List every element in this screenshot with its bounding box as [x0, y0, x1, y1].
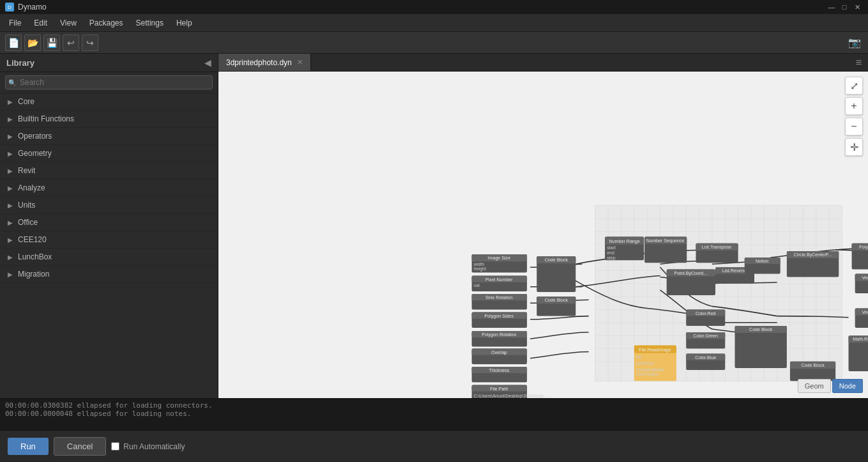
svg-text:Color.Red: Color.Red — [696, 311, 716, 316]
redo-button[interactable]: ↪ — [82, 35, 98, 51]
node-graph: Number Range start end step Image Size w… — [218, 72, 868, 398]
chevron-right-icon: ▶ — [8, 116, 13, 123]
fit-view-button[interactable]: ⤢ — [845, 77, 863, 95]
sidebar-item-geometry[interactable]: ▶ Geometry — [0, 145, 218, 162]
canvas-area[interactable]: Number Range start end step Image Size w… — [218, 72, 868, 398]
svg-text:Color.Green: Color.Green — [694, 334, 718, 339]
svg-text:Code Block: Code Block — [545, 298, 568, 303]
menu-packages[interactable]: Packages — [83, 16, 130, 30]
sidebar-item-label: Analyze — [18, 183, 45, 192]
menubar: File Edit View Packages Settings Help — [0, 14, 868, 32]
svg-text:Polygon Sides: Polygon Sides — [485, 314, 514, 319]
sidebar: Library ◀ ▶ Core ▶ Builtin Functions ▶ O… — [0, 54, 218, 398]
search-bar — [0, 72, 218, 93]
svg-text:Thickness: Thickness — [489, 368, 509, 373]
sidebar-item-revit[interactable]: ▶ Revit — [0, 162, 218, 180]
tab-3dprintedphoto[interactable]: 3dprintedphoto.dyn ✕ — [218, 54, 311, 71]
svg-text:file: file — [636, 355, 642, 360]
tab-label: 3dprintedphoto.dyn — [226, 58, 292, 67]
sidebar-item-lunchbox[interactable]: ▶ LunchBox — [0, 249, 218, 266]
sidebar-title: Library — [6, 58, 34, 68]
auto-run-checkbox[interactable] — [111, 442, 119, 450]
svg-text:Color.Blue: Color.Blue — [695, 355, 716, 360]
sidebar-item-builtin[interactable]: ▶ Builtin Functions — [0, 111, 218, 128]
chevron-right-icon: ▶ — [8, 236, 13, 243]
svg-text:C:\Users\Anust\Desktop\3\dn40p: C:\Users\Anust\Desktop\3\dn40pfp... — [474, 394, 547, 398]
search-input[interactable] — [5, 75, 213, 89]
sidebar-header: Library ◀ — [0, 54, 218, 72]
main-area: Library ◀ ▶ Core ▶ Builtin Functions ▶ O… — [0, 54, 868, 398]
canvas-controls: ⤢ + − ✛ — [845, 77, 863, 156]
sidebar-item-core[interactable]: ▶ Core — [0, 93, 218, 111]
svg-text:Code Block: Code Block — [545, 258, 568, 263]
app-title: Dynamo — [18, 3, 47, 12]
open-button[interactable]: 📂 — [24, 35, 41, 51]
sidebar-item-label: Units — [18, 201, 35, 210]
svg-text:Vector.ZAxis: Vector.ZAxis — [862, 275, 868, 281]
toolbar: 📄 📂 💾 ↩ ↪ 📷 — [0, 32, 868, 54]
sidebar-item-migration[interactable]: ▶ Migration — [0, 266, 218, 283]
auto-run-toggle[interactable]: Run Automatically — [111, 442, 185, 451]
minimize-button[interactable]: — — [826, 1, 837, 13]
new-button[interactable]: 📄 — [5, 35, 22, 51]
svg-text:Number Sequence: Number Sequence — [646, 238, 684, 243]
sidebar-item-label: LunchBox — [18, 252, 52, 261]
sidebar-item-label: Geometry — [18, 149, 52, 158]
titlebar-controls: — □ ✕ — [826, 1, 863, 13]
node-view-button[interactable]: Node — [832, 379, 863, 393]
sidebar-item-office[interactable]: ▶ Office — [0, 214, 218, 231]
svg-text:Overlap: Overlap — [491, 350, 507, 355]
maximize-button[interactable]: □ — [839, 1, 850, 13]
sidebar-item-label: CEE120 — [18, 235, 47, 244]
tab-close-button[interactable]: ✕ — [297, 58, 303, 66]
menu-edit[interactable]: Edit — [27, 16, 54, 30]
save-button[interactable]: 💾 — [43, 35, 60, 51]
menu-settings[interactable]: Settings — [130, 16, 170, 30]
console-line-1: 00:00:00.0300382 ellapsed for loading co… — [5, 401, 863, 410]
zoom-out-button[interactable]: − — [845, 118, 863, 135]
camera-icon: 📷 — [846, 35, 863, 51]
menu-file[interactable]: File — [3, 16, 27, 30]
svg-text:List.Reverse: List.Reverse — [722, 268, 748, 273]
sidebar-item-cee120[interactable]: ▶ CEE120 — [0, 231, 218, 249]
content-area: 3dprintedphoto.dyn ✕ ≡ — [218, 54, 868, 398]
sidebar-item-label: Revit — [18, 166, 35, 175]
svg-text:Code Block: Code Block — [801, 363, 825, 368]
sidebar-item-label: Builtin Functions — [18, 114, 74, 123]
app-icon: D — [5, 3, 14, 12]
svg-text:Pixel Number: Pixel Number — [485, 277, 513, 282]
chevron-right-icon: ▶ — [8, 133, 13, 140]
zoom-in-button[interactable]: + — [845, 97, 863, 115]
menu-help[interactable]: Help — [170, 16, 199, 30]
crosshair-button[interactable]: ✛ — [845, 138, 863, 156]
svg-text:step: step — [607, 256, 615, 261]
svg-text:Code Block: Code Block — [749, 327, 773, 332]
menu-view[interactable]: View — [54, 16, 83, 30]
console-line-2: 00:00:00.0000048 ellapsed for loading no… — [5, 410, 863, 418]
tab-menu-button[interactable]: ≡ — [849, 57, 868, 68]
svg-text:File.ReadImage: File.ReadImage — [639, 348, 671, 353]
sidebar-item-units[interactable]: ▶ Units — [0, 197, 218, 214]
undo-button[interactable]: ↩ — [63, 35, 79, 51]
chevron-right-icon: ▶ — [8, 254, 13, 261]
bottom-bar: Run Cancel Run Automatically — [0, 430, 868, 462]
svg-text:val: val — [474, 283, 480, 288]
svg-text:Polygon.RegularP...: Polygon.RegularP... — [859, 245, 868, 250]
sidebar-item-operators[interactable]: ▶ Operators — [0, 128, 218, 145]
geom-view-button[interactable]: Geom — [798, 379, 831, 393]
close-button[interactable]: ✕ — [851, 1, 863, 13]
run-button[interactable]: Run — [8, 438, 49, 455]
auto-run-label: Run Automatically — [123, 442, 185, 451]
chevron-right-icon: ▶ — [8, 219, 13, 226]
svg-text:Math.RemapRange: Math.RemapRange — [853, 337, 868, 342]
sidebar-item-label: Migration — [18, 270, 49, 279]
svg-text:Point.ByCoord...: Point.ByCoord... — [674, 271, 707, 276]
chevron-right-icon: ▶ — [8, 202, 13, 209]
sidebar-collapse-button[interactable]: ◀ — [204, 58, 211, 68]
svg-text:colorSpace: colorSpace — [636, 372, 659, 377]
svg-text:end: end — [607, 250, 614, 256]
sidebar-item-analyze[interactable]: ▶ Analyze — [0, 180, 218, 197]
chevron-right-icon: ▶ — [8, 185, 13, 192]
search-wrapper — [5, 75, 213, 89]
cancel-button[interactable]: Cancel — [54, 437, 106, 456]
